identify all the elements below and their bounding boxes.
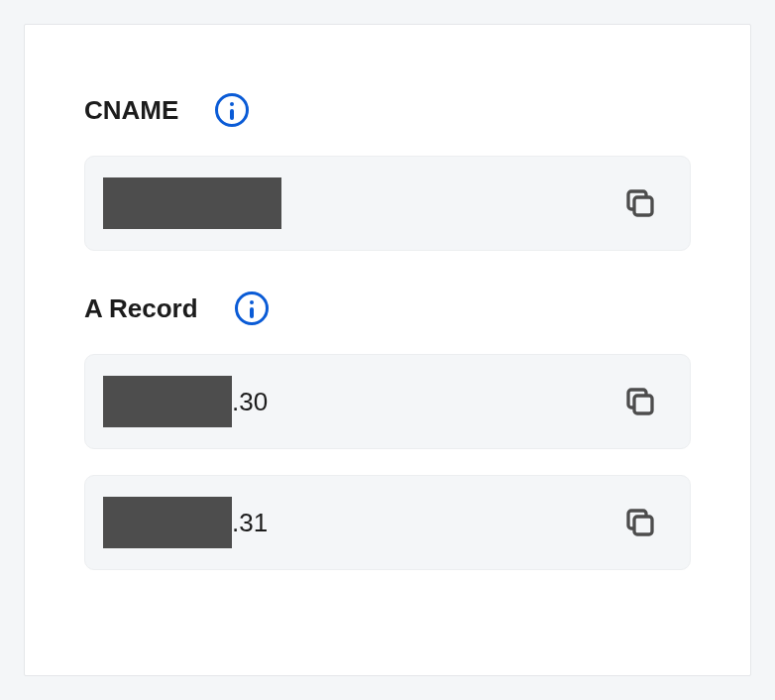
arecord-title: A Record — [84, 293, 198, 324]
redacted-cname-value — [103, 177, 281, 229]
arecord-value-1: .31 — [103, 497, 268, 548]
info-icon — [235, 292, 269, 325]
arecord-header: A Record — [84, 291, 691, 326]
copy-cname-button[interactable] — [618, 181, 662, 225]
info-icon — [215, 93, 249, 127]
copy-icon — [622, 384, 658, 419]
copy-arecord-button-0[interactable] — [618, 380, 662, 423]
cname-title: CNAME — [84, 95, 178, 126]
arecord-value-0: .30 — [103, 376, 268, 427]
arecord-section: A Record .30 .31 — [84, 291, 691, 570]
svg-rect-0 — [634, 197, 652, 215]
copy-icon — [622, 185, 658, 221]
arecord-value-row-1: .31 — [84, 475, 691, 570]
svg-rect-1 — [634, 396, 652, 413]
cname-header: CNAME — [84, 92, 691, 128]
cname-section: CNAME — [84, 92, 691, 251]
arecord-value-suffix-1: .31 — [232, 508, 268, 538]
cname-value-row — [84, 156, 691, 251]
dns-settings-panel: CNAME A Record — [24, 24, 751, 676]
arecord-value-row-0: .30 — [84, 354, 691, 449]
redacted-arecord-value-0 — [103, 376, 232, 427]
copy-arecord-button-1[interactable] — [618, 501, 662, 544]
svg-rect-2 — [634, 517, 652, 534]
copy-icon — [622, 505, 658, 540]
redacted-arecord-value-1 — [103, 497, 232, 548]
cname-value — [103, 177, 281, 229]
arecord-info-icon[interactable] — [234, 291, 270, 326]
cname-info-icon[interactable] — [214, 92, 250, 128]
arecord-value-suffix-0: .30 — [232, 387, 268, 417]
